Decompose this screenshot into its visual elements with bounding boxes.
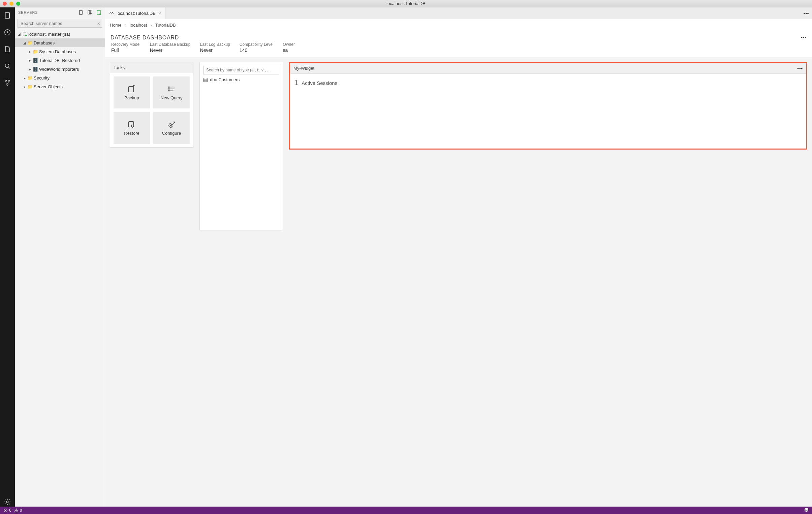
tree-server-node[interactable]: ◢ localhost, master (sa) [15, 30, 105, 38]
task-new-query[interactable]: New Query [153, 77, 190, 109]
activity-servers-icon[interactable] [3, 11, 12, 20]
tree-system-dbs-node[interactable]: ▸ 📁 System Databases [15, 47, 105, 56]
clear-search-icon[interactable]: × [97, 21, 100, 26]
prop-label: Compatibility Level [239, 42, 273, 47]
svg-line-18 [112, 12, 113, 14]
object-search-input[interactable] [203, 66, 279, 74]
prop-label: Owner [283, 42, 295, 47]
dashboard-tab-icon [109, 11, 114, 16]
sidebar: SERVERS × ◢ localhost, master (s [15, 7, 105, 507]
svg-point-41 [806, 509, 806, 510]
prop-label: Last Log Backup [200, 42, 230, 47]
new-connection-icon[interactable] [79, 10, 84, 15]
dashboard-widgets: Tasks Backup New Query Restore [105, 57, 812, 507]
servers-tree: ◢ localhost, master (sa) ◢ 📁 Databases ▸… [15, 29, 105, 91]
chevron-right-icon: › [150, 23, 152, 28]
svg-point-23 [169, 89, 169, 89]
dashboard-properties: Recovery ModelFull Last Database BackupN… [105, 41, 812, 57]
svg-point-42 [807, 509, 808, 510]
prop-label: Last Database Backup [150, 42, 191, 47]
prop-value: sa [283, 48, 295, 53]
tree-server-objects-label: Server Objects [34, 84, 63, 89]
status-errors-count: 0 [9, 508, 11, 513]
sidebar-title: SERVERS [18, 10, 38, 14]
object-search-panel: dbo.Customers [200, 62, 283, 231]
tree-tutorialdb-restored-label: TutorialDB_Restored [39, 58, 80, 63]
svg-point-25 [169, 90, 169, 91]
tree-security-label: Security [34, 75, 50, 81]
activity-search-icon[interactable] [3, 61, 12, 71]
task-configure[interactable]: Configure [153, 112, 190, 144]
dashboard-more-icon[interactable]: ••• [801, 35, 807, 40]
tree-server-label: localhost, master (sa) [28, 32, 70, 37]
svg-rect-19 [129, 87, 134, 92]
active-connections-icon[interactable] [96, 10, 102, 15]
tasks-title: Tasks [114, 65, 125, 70]
status-warnings-count: 0 [20, 508, 22, 513]
window-minimize-dot[interactable] [9, 2, 13, 6]
status-warnings[interactable]: 0 [14, 508, 22, 513]
svg-point-7 [7, 84, 8, 85]
task-configure-label: Configure [162, 131, 181, 136]
breadcrumbs: Home › localhost › TutorialDB [105, 19, 812, 31]
svg-rect-29 [203, 78, 207, 82]
tree-wideworld-label: WideWorldImporters [39, 67, 79, 72]
my-widget-title: My-Widget [293, 66, 314, 71]
task-restore[interactable]: Restore [114, 112, 150, 144]
tab-close-icon[interactable]: × [158, 10, 161, 16]
task-newquery-label: New Query [161, 95, 182, 100]
crumb-home[interactable]: Home [110, 23, 122, 28]
new-group-icon[interactable] [87, 10, 93, 15]
tree-security-node[interactable]: ▸ 📁 Security [15, 73, 105, 82]
svg-rect-17 [25, 35, 27, 36]
tabbar-more-icon[interactable]: ••• [801, 7, 812, 19]
tree-server-objects-node[interactable]: ▸ 📁 Server Objects [15, 82, 105, 91]
my-widget-panel: My-Widget ••• 1 Active Sessions [289, 62, 807, 150]
editor-area: localhost:TutorialDB × ••• Home › localh… [105, 7, 812, 507]
tree-wideworld-node[interactable]: ▸ 🗄️ WideWorldImporters [15, 65, 105, 73]
svg-rect-0 [5, 13, 10, 19]
prop-value: 140 [239, 48, 273, 53]
window-close-dot[interactable] [3, 2, 7, 6]
prop-value: Full [111, 48, 141, 53]
activity-file-icon[interactable] [3, 44, 12, 54]
window-titlebar: localhost:TutorialDB [0, 0, 812, 7]
sidebar-search: × [15, 18, 105, 29]
tab-dashboard[interactable]: localhost:TutorialDB × [105, 7, 166, 19]
my-widget-more-icon[interactable]: ••• [797, 66, 803, 71]
svg-point-6 [8, 80, 10, 82]
tab-bar: localhost:TutorialDB × ••• [105, 7, 812, 19]
svg-line-4 [8, 67, 10, 68]
task-backup[interactable]: Backup [114, 77, 150, 109]
search-result-label: dbo.Customers [210, 77, 239, 82]
tree-databases-label: Databases [34, 40, 55, 46]
activity-history-icon[interactable] [3, 28, 12, 37]
search-result-row[interactable]: dbo.Customers [203, 77, 279, 82]
prop-value: Never [200, 48, 230, 53]
svg-point-40 [805, 508, 808, 512]
svg-point-8 [6, 501, 8, 503]
my-widget-label: Active Sessions [301, 80, 337, 86]
svg-point-5 [5, 80, 6, 82]
status-feedback-icon[interactable] [804, 508, 809, 513]
tab-dashboard-label: localhost:TutorialDB [117, 11, 156, 16]
svg-point-15 [99, 13, 101, 15]
activity-settings-icon[interactable] [3, 497, 12, 507]
task-restore-label: Restore [124, 131, 140, 136]
tree-databases-node[interactable]: ◢ 📁 Databases [15, 38, 105, 47]
crumb-database[interactable]: TutorialDB [155, 23, 176, 28]
tree-system-dbs-label: System Databases [39, 49, 76, 54]
search-servers-input[interactable] [18, 19, 102, 28]
chevron-right-icon: › [125, 23, 126, 28]
crumb-server[interactable]: localhost [130, 23, 147, 28]
prop-label: Recovery Model [111, 42, 141, 47]
prop-value: Never [150, 48, 191, 53]
activity-source-control-icon[interactable] [3, 78, 12, 88]
tasks-panel: Tasks Backup New Query Restore [110, 62, 194, 148]
task-backup-label: Backup [124, 95, 139, 100]
status-errors[interactable]: 0 [3, 508, 11, 513]
window-zoom-dot[interactable] [16, 2, 20, 6]
activity-bar [0, 7, 15, 507]
dashboard-title: DATABASE DASHBOARD [111, 35, 179, 41]
tree-tutorialdb-restored-node[interactable]: ▸ 🗄️ TutorialDB_Restored [15, 56, 105, 65]
